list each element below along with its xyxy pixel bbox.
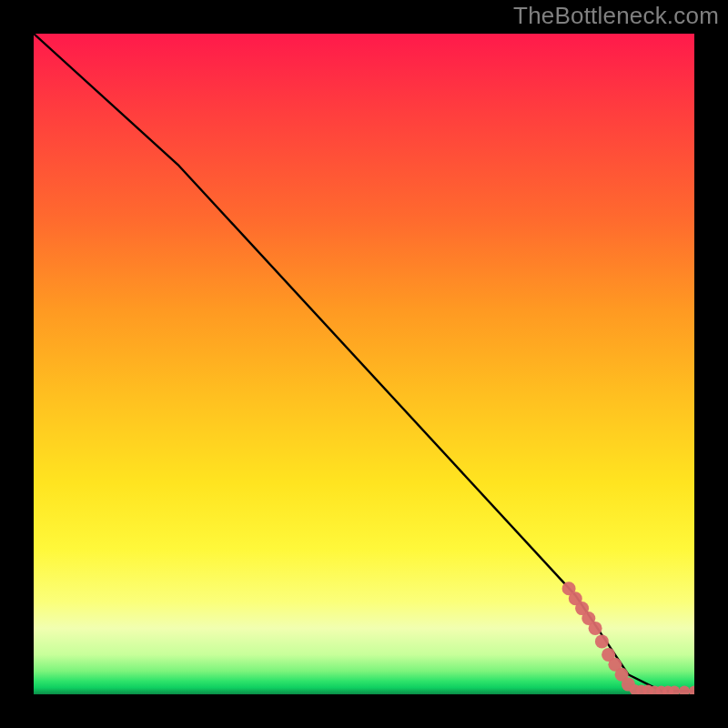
chart-frame: TheBottleneck.com xyxy=(0,0,728,728)
watermark-text: TheBottleneck.com xyxy=(513,2,719,30)
data-point xyxy=(679,685,690,694)
data-point xyxy=(689,685,694,694)
plot-background-gradient xyxy=(34,34,694,694)
bottleneck-curve xyxy=(34,34,694,691)
data-points-group xyxy=(562,581,694,694)
data-point xyxy=(595,634,609,648)
plot-svg xyxy=(34,34,694,694)
data-point xyxy=(589,622,602,635)
